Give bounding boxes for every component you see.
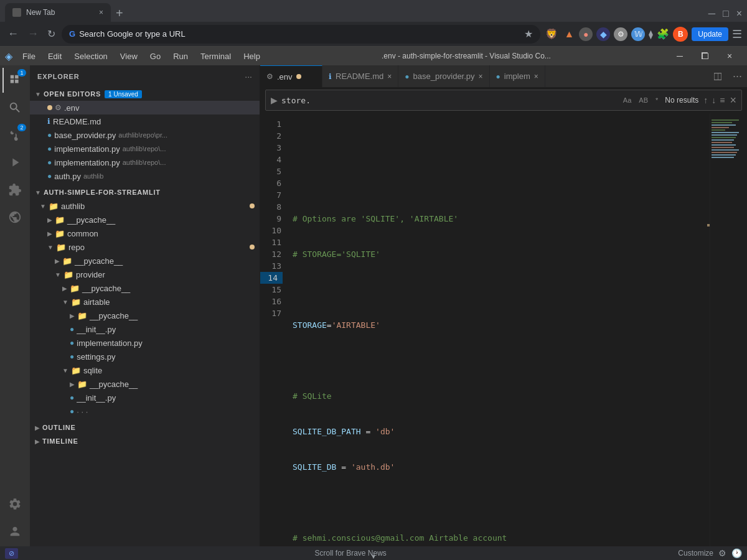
common-folder[interactable]: ▶ 📁 common: [30, 226, 260, 240]
open-editors-section[interactable]: ▼ Open Editors 1 Unsaved: [30, 87, 260, 101]
timeline-section[interactable]: ▶ Timeline: [30, 434, 260, 448]
search-expand-icon[interactable]: ▶: [271, 95, 278, 105]
window-close-btn[interactable]: ×: [736, 8, 742, 19]
update-button[interactable]: Update: [692, 27, 728, 41]
open-editor-base-provider[interactable]: ● base_provider.py authlib\repo\pr...: [30, 128, 260, 142]
sqlite-folder[interactable]: ▼ 📁 sqlite: [30, 363, 260, 377]
brave-shield-icon[interactable]: 🦁: [544, 27, 559, 41]
pycache-folder-5[interactable]: ▶ 📁 __pycache__: [30, 377, 260, 391]
vscode-menu-file[interactable]: File: [17, 49, 40, 63]
vscode-menu-terminal[interactable]: Terminal: [195, 49, 236, 63]
settings-gear-icon[interactable]: ⚙: [718, 548, 726, 558]
search-case-btn[interactable]: Aa: [620, 95, 634, 106]
tab-split-btn[interactable]: [708, 65, 728, 87]
pycache-folder-2[interactable]: ▶ 📁 __pycache__: [30, 254, 260, 268]
ext-icon-5[interactable]: ⧫: [649, 29, 653, 39]
airtable-settings-file[interactable]: ● settings.py: [30, 350, 260, 363]
search-next-btn[interactable]: ↓: [710, 94, 717, 106]
sidebar-title: Explorer: [37, 73, 80, 80]
activity-run[interactable]: [2, 150, 27, 175]
vscode-menu-selection[interactable]: Selection: [69, 49, 112, 63]
browser-menu-btn[interactable]: ☰: [732, 27, 742, 41]
vscode-close-btn[interactable]: ×: [717, 47, 742, 65]
search-regex-btn[interactable]: *: [652, 95, 661, 106]
new-tab-button[interactable]: +: [111, 6, 128, 21]
outline-section[interactable]: ▶ Outline: [30, 421, 260, 434]
tab-title: New Tab: [26, 8, 94, 17]
open-editor-env-file[interactable]: ⚙ .env: [30, 101, 260, 114]
sidebar-content: ▼ Open Editors 1 Unsaved ⚙ .env ℹ README…: [30, 87, 260, 546]
open-editor-readme[interactable]: ℹ README.md: [30, 114, 260, 128]
extensions-icon[interactable]: 🧩: [657, 28, 669, 40]
sqlite-more-files[interactable]: ● · · ·: [30, 404, 260, 418]
activity-account[interactable]: [2, 519, 27, 544]
open-editor-impl-1[interactable]: ● implementation.py authlib\repo\...: [30, 142, 260, 156]
airtable-init-file[interactable]: ● __init__.py: [30, 322, 260, 336]
tab-base-provider[interactable]: ● base_provider.py ×: [398, 65, 489, 87]
activity-settings[interactable]: [2, 492, 27, 516]
activity-remote[interactable]: [2, 205, 27, 230]
window-maximize-btn[interactable]: □: [723, 8, 729, 19]
tab-close-btn[interactable]: ×: [99, 8, 103, 17]
provider-folder[interactable]: ▼ 📁 provider: [30, 268, 260, 281]
vscode-menu-go[interactable]: Go: [145, 49, 166, 63]
customize-btn[interactable]: Customize: [678, 549, 713, 558]
airtable-impl-file[interactable]: ● implementation.py: [30, 336, 260, 350]
project-folder-header[interactable]: ▼ AUTH-SIMPLE-FOR-STREAMLIT: [30, 185, 260, 199]
readme-tab-title: README.md: [336, 72, 383, 81]
search-close-btn[interactable]: ×: [730, 94, 736, 107]
authlib-folder[interactable]: ▼ 📁 authlib: [30, 199, 260, 213]
vscode-menu-help[interactable]: Help: [238, 49, 265, 63]
sqlite-more-icon: ●: [70, 407, 74, 416]
tab-implem[interactable]: ● implem ×: [490, 65, 545, 87]
search-list-btn[interactable]: ≡: [718, 94, 726, 106]
brave-rewards-icon[interactable]: ▲: [563, 27, 575, 41]
reload-btn[interactable]: ↻: [45, 26, 58, 42]
editor[interactable]: 1 2 3 4 5 6 7 8 9 10 11 12 13 14 15 16 1: [260, 113, 747, 546]
pycache-folder-3[interactable]: ▶ 📁 __pycache__: [30, 281, 260, 295]
code-line-11: [293, 497, 710, 508]
tab-readme[interactable]: ℹ README.md ×: [322, 65, 398, 87]
search-word-btn[interactable]: AB: [636, 95, 651, 106]
ext-icon-1[interactable]: ●: [579, 27, 593, 41]
airtable-folder[interactable]: ▼ 📁 airtable: [30, 295, 260, 309]
ext-icon-4[interactable]: 𝕎: [631, 27, 645, 41]
timeline-label: Timeline: [42, 437, 78, 445]
vscode-minimize-btn[interactable]: ─: [667, 47, 692, 65]
sidebar-more-btn[interactable]: ···: [245, 72, 252, 82]
env-tab-settings-icon: ⚙: [266, 72, 273, 81]
vscode-restore-btn[interactable]: ⧠: [692, 47, 717, 65]
browser-toolbar: ← → ↻ G Search Google or type a URL ★ 🦁 …: [0, 22, 747, 47]
vscode-menu-view[interactable]: View: [115, 49, 143, 63]
history-icon[interactable]: 🕐: [731, 548, 742, 558]
base-provider-tab-close[interactable]: ×: [479, 72, 483, 81]
browser-tab[interactable]: New Tab ×: [5, 3, 111, 22]
tab-more-btn[interactable]: ···: [728, 65, 747, 87]
provider-folder-name: provider: [76, 270, 105, 279]
vscode-menu-run[interactable]: Run: [168, 49, 193, 63]
bookmark-star-icon[interactable]: ★: [524, 28, 533, 40]
activity-explorer[interactable]: 1: [2, 68, 27, 93]
pycache-folder-4[interactable]: ▶ 📁 __pycache__: [30, 309, 260, 322]
nav-forward-btn[interactable]: →: [25, 25, 41, 43]
ext-icon-3[interactable]: ⚙: [614, 27, 627, 41]
search-input[interactable]: [281, 96, 616, 105]
search-prev-btn[interactable]: ↑: [702, 94, 709, 106]
readme-tab-close[interactable]: ×: [387, 72, 392, 81]
tab-env[interactable]: ⚙ .env: [260, 65, 322, 87]
window-minimize-btn[interactable]: ─: [708, 8, 715, 19]
implem-tab-close[interactable]: ×: [534, 72, 538, 81]
pycache-folder-1[interactable]: ▶ 📁 __pycache__: [30, 213, 260, 226]
ext-icon-2[interactable]: ◆: [596, 27, 610, 41]
repo-folder[interactable]: ▼ 📁 repo: [30, 240, 260, 254]
activity-extensions[interactable]: [2, 177, 27, 202]
vscode-menu-edit[interactable]: Edit: [43, 49, 67, 63]
nav-back-btn[interactable]: ←: [5, 25, 21, 43]
activity-source-control[interactable]: 2: [2, 123, 27, 147]
open-editor-auth[interactable]: ● auth.py authlib: [30, 169, 260, 183]
open-editor-impl-2[interactable]: ● implementation.py authlib\repo\...: [30, 156, 260, 169]
activity-search[interactable]: [2, 95, 27, 120]
sqlite-init-file[interactable]: ● __init__.py: [30, 391, 260, 404]
code-content[interactable]: # Options are 'SQLITE', 'AIRTABLE' # STO…: [288, 113, 710, 546]
address-bar[interactable]: G Search Google or type a URL ★: [62, 25, 540, 44]
